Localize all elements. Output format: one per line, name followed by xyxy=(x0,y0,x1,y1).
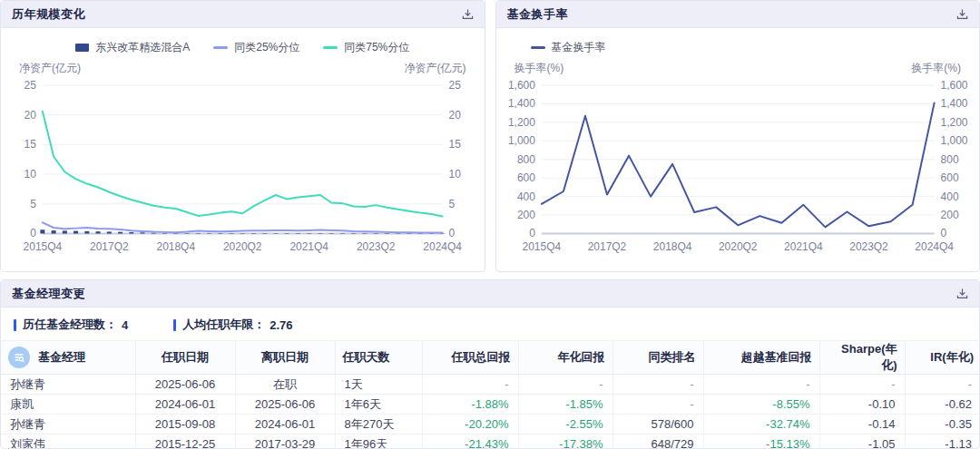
y-axis-name-left: 净资产(亿元) xyxy=(19,61,81,76)
panel-turnover: 基金换手率 基金换手率 换手率(%) 换手率(%) 00200200400400… xyxy=(495,0,980,272)
turnover-chart: 002002004004006006008008001,0001,0001,20… xyxy=(496,76,980,257)
svg-text:400: 400 xyxy=(940,190,958,203)
svg-text:800: 800 xyxy=(516,153,534,166)
download-icon[interactable] xyxy=(956,288,968,299)
panel-scale-history: 历年规模变化 东兴改革精选混合A同类25%分位同类75%分位 净资产(亿元) 净… xyxy=(0,0,485,272)
table-cell: 孙继青 xyxy=(1,415,135,434)
y-axis-name-right: 净资产(亿元) xyxy=(405,61,466,76)
scale-history-body: 东兴改革精选混合A同类25%分位同类75%分位 净资产(亿元) 净资产(亿元) … xyxy=(1,40,485,257)
legend-bar-swatch xyxy=(75,44,89,52)
table-row: 孙继青2025-06-06在职1天------ xyxy=(1,375,980,395)
svg-text:2021Q4: 2021Q4 xyxy=(784,240,823,253)
svg-text:20: 20 xyxy=(449,109,462,122)
legend-label: 基金换手率 xyxy=(552,40,606,55)
table-cell: 1年96天 xyxy=(335,434,422,449)
table-row: 孙继青2015-09-082024-06-018年270天-20.20%-2.5… xyxy=(1,415,980,434)
svg-text:800: 800 xyxy=(940,153,958,166)
table-cell: - xyxy=(422,375,518,395)
table-cell: 康凯 xyxy=(1,395,135,415)
panel-title: 基金经理变更 xyxy=(12,286,85,302)
table-cell: -21.43% xyxy=(422,434,518,449)
svg-text:2020Q2: 2020Q2 xyxy=(223,240,262,253)
table-cell: 578/600 xyxy=(612,415,703,434)
column-header: 任职日期 xyxy=(135,341,235,375)
svg-text:1,200: 1,200 xyxy=(507,116,534,129)
stat-manager-count: 历任基金经理数： 4 xyxy=(14,317,128,333)
stat-value: 4 xyxy=(122,318,128,332)
svg-text:2015Q4: 2015Q4 xyxy=(522,240,561,253)
table-cell: - xyxy=(612,395,703,415)
legend-line-swatch xyxy=(531,46,545,49)
svg-text:2017Q2: 2017Q2 xyxy=(90,240,129,253)
stat-accent-bar xyxy=(173,319,176,331)
svg-text:15: 15 xyxy=(449,138,462,151)
svg-text:2018Q4: 2018Q4 xyxy=(652,240,691,253)
column-header: 超越基准回报 xyxy=(703,341,819,375)
table-cell: -0.62 xyxy=(905,395,980,415)
svg-text:25: 25 xyxy=(449,79,462,92)
legend-item[interactable]: 基金换手率 xyxy=(531,40,606,55)
svg-text:10: 10 xyxy=(449,168,462,181)
table-cell: 2024-06-01 xyxy=(235,415,335,434)
fund-dashboard: 历年规模变化 东兴改革精选混合A同类25%分位同类75%分位 净资产(亿元) 净… xyxy=(0,0,980,449)
svg-text:2024Q4: 2024Q4 xyxy=(915,240,954,253)
column-header: Sharpe(年化) xyxy=(819,341,905,375)
svg-text:10: 10 xyxy=(24,168,37,181)
top-charts-row: 历年规模变化 东兴改革精选混合A同类25%分位同类75%分位 净资产(亿元) 净… xyxy=(0,0,980,272)
svg-text:200: 200 xyxy=(940,209,958,221)
svg-text:5: 5 xyxy=(449,198,456,210)
stat-label: 人均任职年限： xyxy=(182,317,265,333)
table-cell: - xyxy=(612,375,703,395)
table-cell: 1年6天 xyxy=(335,395,422,415)
svg-text:2023Q2: 2023Q2 xyxy=(357,240,396,253)
table-cell: 8年270天 xyxy=(335,415,422,434)
svg-text:1,400: 1,400 xyxy=(940,97,967,110)
panel-title: 历年规模变化 xyxy=(12,6,85,23)
turnover-body: 基金换手率 换手率(%) 换手率(%) 00200200400400600600… xyxy=(496,40,980,257)
table-cell: - xyxy=(703,375,819,395)
legend-label: 东兴改革精选混合A xyxy=(95,40,190,55)
legend-item[interactable]: 东兴改革精选混合A xyxy=(75,40,190,55)
table-cell: 648/729 xyxy=(612,434,703,449)
table-cell: -0.10 xyxy=(819,395,905,415)
legend-item[interactable]: 同类25%分位 xyxy=(213,40,299,55)
table-cell: -2.55% xyxy=(518,415,612,434)
turnover-header: 基金换手率 xyxy=(496,1,980,28)
svg-text:5: 5 xyxy=(30,198,36,210)
table-cell: -1.05 xyxy=(819,434,905,449)
stat-label: 历任基金经理数： xyxy=(23,317,117,333)
svg-text:0: 0 xyxy=(529,227,535,239)
table-header-row: 基金经理任职日期离职日期任职天数任职总回报年化回报同类排名超越基准回报Sharp… xyxy=(1,341,980,375)
svg-text:1,600: 1,600 xyxy=(940,79,967,92)
svg-text:0: 0 xyxy=(30,227,36,239)
table-cell: -8.55% xyxy=(703,395,819,415)
svg-text:25: 25 xyxy=(24,79,37,92)
legend-item[interactable]: 同类75%分位 xyxy=(323,40,409,55)
svg-text:1,000: 1,000 xyxy=(507,134,534,147)
table-cell: 孙继青 xyxy=(1,375,135,395)
scale-history-header: 历年规模变化 xyxy=(1,1,485,28)
table-cell: 在职 xyxy=(235,375,335,395)
axis-names: 换手率(%) 换手率(%) xyxy=(496,55,980,76)
svg-text:2023Q2: 2023Q2 xyxy=(849,240,888,253)
svg-text:15: 15 xyxy=(24,138,37,151)
download-icon[interactable] xyxy=(462,8,474,20)
y-axis-name-left: 换手率(%) xyxy=(514,61,564,76)
turnover-legend: 基金换手率 xyxy=(496,40,980,55)
svg-text:0: 0 xyxy=(449,227,456,239)
svg-text:1,000: 1,000 xyxy=(940,134,967,147)
table-cell: 2025-06-06 xyxy=(235,395,335,415)
table-row: 刘家伟2015-12-252017-03-291年96天-21.43%-17.3… xyxy=(1,434,980,449)
legend-line-swatch xyxy=(323,46,338,49)
svg-text:0: 0 xyxy=(940,227,946,239)
legend-label: 同类75%分位 xyxy=(344,40,409,55)
table-cell: 2017-03-29 xyxy=(235,434,335,449)
column-header: 年化回报 xyxy=(518,341,612,375)
table-cell: 2024-06-01 xyxy=(135,395,235,415)
column-header: 同类排名 xyxy=(612,341,703,375)
axis-names: 净资产(亿元) 净资产(亿元) xyxy=(1,55,485,76)
download-icon[interactable] xyxy=(956,8,968,20)
legend-label: 同类25%分位 xyxy=(234,40,299,55)
svg-text:1,200: 1,200 xyxy=(940,116,967,129)
stat-accent-bar xyxy=(14,319,16,331)
